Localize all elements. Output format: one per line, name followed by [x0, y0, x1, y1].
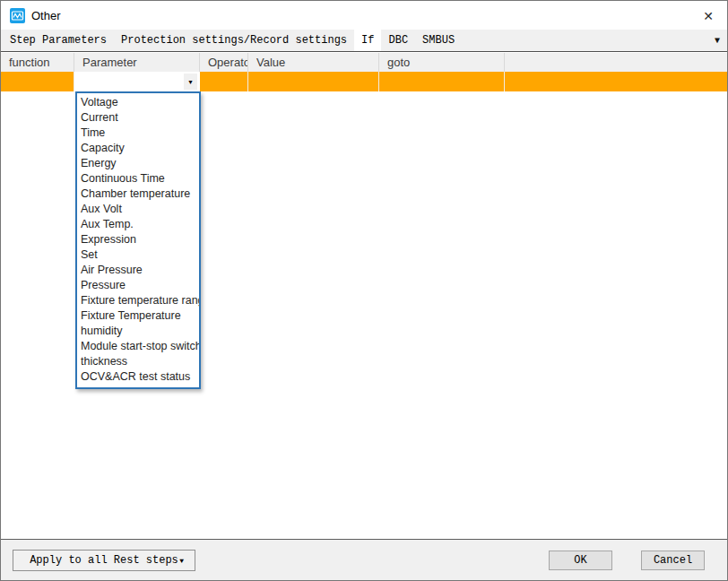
dropdown-item-humidity[interactable]: humidity [77, 324, 199, 339]
dropdown-item-chamber-temperature[interactable]: Chamber temperature [77, 186, 199, 202]
cell-value[interactable] [248, 72, 379, 91]
table-header: function Parameter Operator Value goto [1, 53, 727, 72]
app-logo-icon [10, 8, 25, 23]
dropdown-item-current[interactable]: Current [77, 110, 199, 126]
cell-empty[interactable] [505, 72, 727, 91]
dialog-other: Other ✕ Step Parameters Protection setti… [0, 0, 728, 581]
dropdown-item-module-start-stop-switch[interactable]: Module start-stop switch [77, 339, 199, 354]
ok-button[interactable]: OK [549, 551, 612, 570]
dropdown-item-time[interactable]: Time [77, 126, 199, 141]
dropdown-item-fixture-temperature[interactable]: Fixture Temperature [77, 308, 199, 324]
table-row[interactable]: ▼ [1, 72, 727, 91]
dropdown-item-ocv-acr-test-status[interactable]: OCV&ACR test status [77, 369, 199, 385]
column-header-parameter[interactable]: Parameter [74, 53, 200, 72]
dropdown-item-thickness[interactable]: thickness [77, 354, 199, 369]
dropdown-item-aux-temp[interactable]: Aux Temp. [77, 217, 199, 232]
dropdown-item-energy[interactable]: Energy [77, 156, 199, 171]
apply-to-all-rest-steps-button[interactable]: Apply to all Rest steps ▼ [13, 550, 195, 571]
apply-dropdown-arrow-icon[interactable]: ▼ [179, 551, 184, 570]
tab-overflow-arrow-icon[interactable]: ▼ [715, 30, 720, 51]
dropdown-item-continuous-time[interactable]: Continuous Time [77, 171, 199, 186]
dropdown-item-set[interactable]: Set [77, 247, 199, 263]
parameter-combobox[interactable]: ▼ [74, 72, 200, 91]
dropdown-item-aux-volt[interactable]: Aux Volt [77, 202, 199, 217]
tab-dbc[interactable]: DBC [381, 30, 415, 51]
dropdown-item-voltage[interactable]: Voltage [77, 95, 199, 110]
column-header-value[interactable]: Value [248, 53, 379, 72]
cell-goto[interactable] [379, 72, 505, 91]
close-icon[interactable]: ✕ [699, 7, 717, 25]
title-bar: Other ✕ [1, 1, 727, 30]
cell-function[interactable] [1, 72, 74, 91]
parameter-dropdown-list: Voltage Current Time Capacity Energy Con… [75, 91, 201, 389]
dropdown-item-pressure[interactable]: Pressure [77, 278, 199, 293]
tab-smbus[interactable]: SMBUS [415, 30, 462, 51]
column-header-function[interactable]: function [1, 53, 74, 72]
column-header-goto[interactable]: goto [379, 53, 505, 72]
tab-protection-record-settings[interactable]: Protection settings/Record settings [114, 30, 354, 51]
column-header-operator[interactable]: Operator [200, 53, 248, 72]
tab-bar: Step Parameters Protection settings/Reco… [1, 30, 727, 52]
apply-button-label: Apply to all Rest steps [30, 554, 178, 567]
footer-bar: Apply to all Rest steps ▼ OK Cancel [1, 539, 727, 580]
tab-step-parameters[interactable]: Step Parameters [3, 30, 114, 51]
cancel-button[interactable]: Cancel [641, 551, 705, 570]
dropdown-item-capacity[interactable]: Capacity [77, 141, 199, 156]
column-header-empty [505, 53, 727, 72]
dropdown-item-air-pressure[interactable]: Air Pressure [77, 263, 199, 278]
dropdown-item-fixture-temperature-range[interactable]: Fixture temperature range [77, 293, 199, 308]
cell-operator[interactable] [200, 72, 248, 91]
tab-if[interactable]: If [354, 30, 381, 51]
window-title: Other [31, 9, 61, 22]
combobox-dropdown-arrow-icon[interactable]: ▼ [184, 74, 197, 90]
dropdown-item-expression[interactable]: Expression [77, 232, 199, 247]
